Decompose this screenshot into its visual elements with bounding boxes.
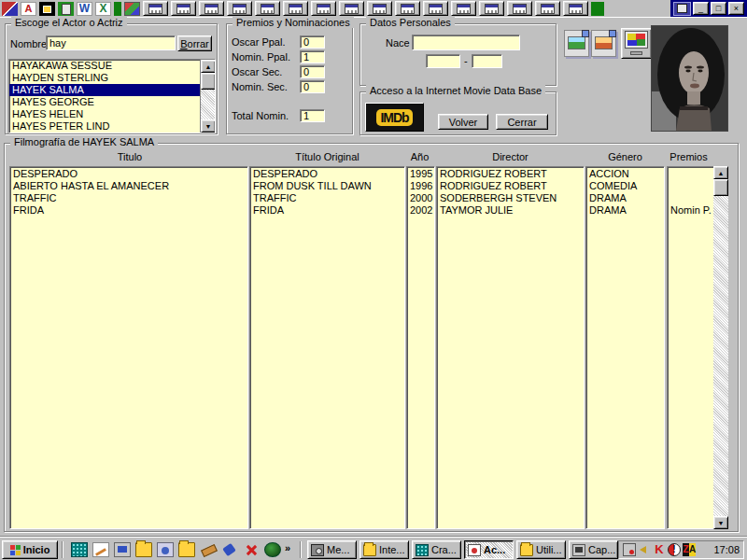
scroll-down-icon[interactable]: ▼ [201,119,216,133]
film-cell[interactable]: ABIERTO HASTA EL AMANECER [10,180,247,192]
launcher-icon[interactable] [479,1,504,16]
film-column-ano[interactable]: 1995 1996 2000 2002 [406,166,435,529]
film-cell[interactable]: 2000 [407,192,434,204]
actor-list-item[interactable]: HAYES GEORGE [9,96,215,108]
film-cell[interactable]: 1995 [407,168,434,180]
film-cell[interactable]: Nomin P. [668,204,714,217]
task-button-cap[interactable]: Cap... [569,540,618,559]
volume-icon[interactable] [638,543,651,556]
black-app-icon[interactable] [39,2,55,16]
film-cell[interactable]: RODRIGUEZ ROBERT [437,180,584,192]
launcher-icon[interactable] [367,1,392,16]
antivirus-icon[interactable]: K [653,543,666,556]
launcher-icon[interactable] [451,1,476,16]
film-cell[interactable]: SODERBERGH STEVEN [437,192,584,204]
actor-list-item[interactable]: HAYDEN STERLING [9,72,215,84]
phone-dialer-icon[interactable] [221,542,238,557]
nomin-ppal-value[interactable]: 1 [300,50,325,63]
task-scheduler-icon[interactable] [623,543,636,556]
close-button[interactable]: × [728,2,744,15]
film-cell[interactable]: FROM DUSK TILL DAWN [250,180,404,192]
launcher-icon[interactable] [423,1,448,16]
total-nomin-value[interactable]: 1 [300,109,325,122]
image-file-button-2[interactable] [591,30,616,57]
imdb-logo-button[interactable]: IMDb [365,103,424,132]
launcher-icon[interactable] [563,1,588,16]
actor-listbox[interactable]: HAYAKAWA SESSUE HAYDEN STERLING HAYEK SA… [8,59,216,133]
word-icon[interactable]: W [77,2,92,16]
film-cell[interactable]: DESPERADO [10,168,247,180]
launcher-icon[interactable] [255,1,280,16]
start-button[interactable]: Inicio [2,540,58,559]
paint-app-icon[interactable] [2,2,18,16]
launcher-icon[interactable] [143,1,168,16]
launcher-icon[interactable] [395,1,420,16]
film-column-genero[interactable]: ACCION COMEDIA DRAMA DRAMA [585,166,665,529]
born-input[interactable] [412,35,520,50]
launcher-icon[interactable] [283,1,308,16]
maximize-button[interactable]: □ [711,2,726,15]
film-column-titulo[interactable]: DESPERADO ABIERTO HASTA EL AMANECER TRAF… [9,166,248,529]
film-cell[interactable]: 2002 [407,204,434,217]
oscar-ppal-value[interactable]: 0 [300,35,325,49]
film-cell[interactable]: TRAFFIC [250,192,404,204]
actor-list-item[interactable]: HAYES HELEN [9,108,215,120]
nomin-sec-value[interactable]: 0 [300,80,325,93]
font-app-icon[interactable]: A [21,2,36,16]
cd-tool-icon[interactable] [157,542,174,557]
launcher-icon[interactable] [339,1,364,16]
film-cell[interactable] [668,192,714,204]
launcher-icon[interactable] [311,1,336,16]
launcher-icon[interactable] [199,1,224,16]
launcher-icon[interactable] [171,1,196,16]
volver-button[interactable]: Volver [438,114,488,130]
actor-list-scrollbar[interactable]: ▲ ▼ [200,60,215,133]
film-cell[interactable]: DRAMA [586,204,664,217]
born-date-input-2[interactable] [472,54,502,68]
film-cell[interactable] [668,168,714,180]
task-button-me[interactable]: Me... [307,540,357,559]
task-button-utili[interactable]: Utili... [516,540,566,559]
crazy-browser-icon[interactable] [71,542,88,557]
film-column-premios[interactable]: Nomin P. [667,166,715,529]
task-button-inte[interactable]: Inte... [359,540,409,559]
film-cell[interactable]: TAYMOR JULIE [437,204,584,217]
launcher-icon[interactable] [507,1,532,16]
cerrar-button[interactable]: Cerrar [496,114,548,130]
zonealarm-icon[interactable]: ZA [683,543,696,556]
oscar-sec-value[interactable]: 0 [300,65,325,78]
scroll-up-icon[interactable]: ▲ [713,166,728,179]
film-cell[interactable]: COMEDIA [586,180,664,192]
name-input[interactable] [46,35,176,50]
film-cell[interactable]: 1996 [407,180,434,192]
born-date-input-1[interactable] [426,54,460,68]
monitor-display-button[interactable] [621,28,652,59]
film-column-director[interactable]: RODRIGUEZ ROBERT RODRIGUEZ ROBERT SODERB… [436,166,585,529]
film-cell[interactable]: TRAFFIC [10,192,247,204]
excel-icon[interactable]: X [95,2,111,16]
scrollbar-thumb[interactable] [201,73,216,90]
quick-launch-overflow[interactable]: » [285,542,290,553]
alert-icon[interactable]: ! [668,543,681,556]
actor-list-item[interactable]: HAYES PETER LIND [9,120,215,133]
film-cell[interactable]: DESPERADO [250,168,404,180]
actor-list-item[interactable]: HAYAKAWA SESSUE [9,60,215,72]
launcher-icon[interactable] [227,1,252,16]
film-cell[interactable] [668,180,714,192]
film-cell[interactable]: DRAMA [586,192,664,204]
tray-clock[interactable]: 17:08 [713,544,740,555]
launcher-icon[interactable] [535,1,560,16]
green-ball-icon[interactable] [264,542,281,557]
film-column-titulo-original[interactable]: DESPERADO FROM DUSK TILL DAWN TRAFFIC FR… [249,166,405,529]
filmography-scrollbar[interactable]: ▲ ▼ [713,166,728,529]
scroll-up-icon[interactable]: ▲ [201,60,216,73]
film-cell[interactable]: ACCION [586,168,664,180]
scrollbar-thumb[interactable] [713,179,728,196]
folder-open-icon[interactable] [135,542,152,557]
task-button-cra[interactable]: Cra... [412,540,461,559]
actor-list-item-selected[interactable]: HAYEK SALMA [9,84,215,96]
image-file-button-1[interactable] [564,30,589,57]
clipboard-app-icon[interactable] [58,2,74,16]
scroll-down-icon[interactable]: ▼ [713,516,728,529]
folder-icon[interactable] [178,542,195,557]
